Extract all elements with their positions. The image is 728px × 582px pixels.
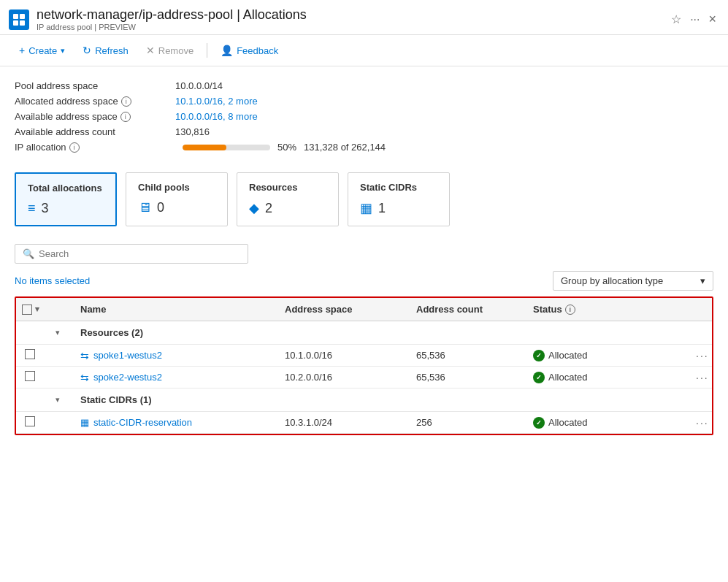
row-name[interactable]: ⇆ spoke2-westus2	[74, 372, 279, 383]
header-status: Status i	[527, 304, 712, 315]
row-status: Allocated	[527, 350, 690, 361]
feedback-button[interactable]: 👤 Feedback	[213, 41, 286, 60]
search-input[interactable]	[39, 248, 240, 259]
status-badge: Allocated	[533, 417, 684, 429]
svg-rect-1	[20, 14, 25, 19]
ip-allocation-info-icon[interactable]: i	[69, 142, 80, 153]
group-by-label: Group by allocation type	[561, 275, 663, 286]
allocated-address-space-value[interactable]: 10.1.0.0/16, 2 more	[175, 96, 258, 107]
star-icon[interactable]: ☆	[671, 12, 681, 26]
title-bar: network-manager/ip-address-pool | Alloca…	[0, 0, 728, 35]
progress-detail: 131,328 of 262,144	[304, 142, 386, 153]
card-title-total: Total allocations	[28, 183, 104, 194]
card-title-resources: Resources	[249, 182, 326, 193]
create-button[interactable]: + Create ▾	[12, 41, 72, 60]
more-icon[interactable]: ···	[690, 13, 700, 26]
progress-bar	[183, 145, 270, 150]
page-subtitle: IP address pool | PREVIEW	[37, 23, 307, 31]
header-address-count: Address count	[410, 304, 527, 315]
row-more-button[interactable]: ···	[690, 372, 712, 383]
status-badge: Allocated	[533, 372, 684, 383]
group-row: ▾ Resources (2)	[16, 321, 712, 345]
plus-icon: +	[19, 45, 25, 56]
status-dot	[533, 372, 545, 383]
available-address-space-value[interactable]: 10.0.0.0/16, 8 more	[175, 111, 258, 122]
progress-percent: 50%	[277, 142, 296, 153]
cards-section: Total allocations ≡ 3 Child pools 🖥 0 Re…	[0, 164, 728, 235]
card-number-child: 0	[157, 200, 164, 215]
card-value-resources: ◆ 2	[249, 200, 326, 216]
header-address-space: Address space	[279, 304, 410, 315]
progress-bar-fill	[183, 145, 226, 150]
toolbar: + Create ▾ ↻ Refresh ✕ Remove 👤 Feedback	[0, 35, 728, 66]
header-chevron[interactable]: ▾	[35, 305, 39, 314]
chevron-down-icon: ▾	[61, 46, 65, 55]
row-checkbox-cell[interactable]	[16, 416, 53, 429]
header-checkbox-col: ▾	[16, 304, 53, 315]
pool-address-space-value: 10.0.0.0/14	[175, 80, 223, 91]
status-label: Allocated	[548, 417, 587, 428]
card-child[interactable]: Child pools 🖥 0	[126, 172, 228, 226]
card-value-total: ≡ 3	[28, 201, 104, 216]
refresh-button[interactable]: ↻ Refresh	[75, 41, 136, 60]
table-body: ▾ Resources (2) ⇆ spoke1-westus2 10.1.0.…	[16, 321, 712, 434]
group-chevron[interactable]: ▾	[53, 328, 74, 337]
search-row: 🔍	[15, 244, 713, 264]
remove-button[interactable]: ✕ Remove	[139, 41, 201, 60]
row-checkbox[interactable]	[25, 416, 35, 426]
card-number-total: 3	[42, 201, 49, 216]
status-info-icon[interactable]: i	[565, 305, 575, 315]
row-more-button[interactable]: ···	[690, 350, 712, 361]
select-all-checkbox[interactable]	[22, 305, 32, 315]
ip-allocation-label: IP allocation i	[15, 142, 175, 153]
card-static[interactable]: Static CIDRs ▦ 1	[348, 172, 450, 226]
row-checkbox[interactable]	[25, 371, 35, 381]
status-label: Allocated	[548, 372, 587, 383]
row-name[interactable]: ▦ static-CIDR-reservation	[74, 417, 279, 428]
card-total[interactable]: Total allocations ≡ 3	[15, 172, 117, 226]
row-checkbox-cell[interactable]	[16, 371, 53, 383]
card-number-resources: 2	[265, 201, 272, 216]
row-checkbox[interactable]	[25, 349, 35, 359]
card-icon-static: ▦	[360, 200, 372, 216]
pool-address-space-label: Pool address space	[15, 80, 175, 91]
table-header: ▾ Name Address space Address count Statu…	[16, 298, 712, 321]
card-icon-child: 🖥	[138, 200, 151, 215]
remove-icon: ✕	[146, 45, 155, 56]
search-box[interactable]: 🔍	[15, 244, 248, 264]
header-name: Name	[74, 304, 279, 315]
group-by-select[interactable]: Group by allocation type ▾	[553, 271, 713, 291]
table-row: ▦ static-CIDR-reservation 10.3.1.0/24 25…	[16, 412, 712, 434]
card-value-child: 🖥 0	[138, 200, 215, 215]
card-resources[interactable]: Resources ◆ 2	[237, 172, 339, 226]
cidr-icon: ▦	[80, 417, 89, 428]
row-name[interactable]: ⇆ spoke1-westus2	[74, 350, 279, 361]
table-wrapper: ▾ Name Address space Address count Statu…	[15, 296, 713, 435]
title-text: network-manager/ip-address-pool | Alloca…	[37, 7, 307, 31]
pool-address-space-row: Pool address space 10.0.0.0/14	[15, 78, 713, 93]
row-address-space: 10.1.0.0/16	[279, 350, 410, 361]
available-space-info-icon[interactable]: i	[120, 112, 131, 122]
group-chevron[interactable]: ▾	[53, 395, 74, 405]
row-more-button[interactable]: ···	[690, 417, 712, 429]
row-address-space: 10.3.1.0/24	[279, 417, 410, 428]
row-address-space: 10.2.0.0/16	[279, 372, 410, 383]
ip-allocation-row: IP allocation i 50% 131,328 of 262,144	[15, 139, 713, 155]
row-address-count: 256	[410, 417, 527, 428]
allocated-info-icon[interactable]: i	[121, 96, 131, 107]
row-status: Allocated	[527, 372, 690, 383]
group-label: Resources (2)	[74, 327, 712, 338]
svg-rect-3	[20, 20, 25, 26]
card-value-static: ▦ 1	[360, 200, 437, 216]
close-icon[interactable]: ×	[708, 12, 716, 27]
row-checkbox-cell[interactable]	[16, 349, 53, 361]
card-number-static: 1	[378, 201, 386, 216]
info-section: Pool address space 10.0.0.0/14 Allocated…	[0, 66, 728, 164]
feedback-icon: 👤	[221, 45, 233, 56]
table-row: ⇆ spoke2-westus2 10.2.0.0/16 65,536 Allo…	[16, 367, 712, 388]
card-title-child: Child pools	[138, 182, 215, 193]
no-items-label: No items selected	[15, 275, 90, 286]
status-dot	[533, 350, 545, 361]
status-label: Allocated	[548, 350, 587, 361]
table-row: ⇆ spoke1-westus2 10.1.0.0/16 65,536 Allo…	[16, 345, 712, 367]
